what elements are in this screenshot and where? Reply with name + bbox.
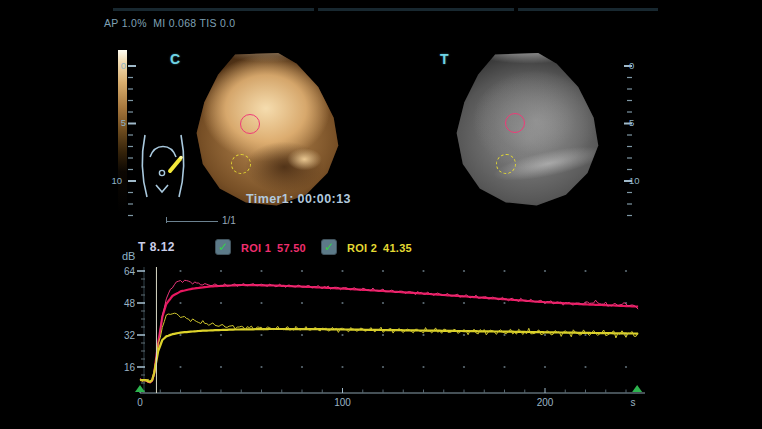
top-divider-right xyxy=(518,8,658,11)
lesion-region xyxy=(452,53,606,207)
svg-text:48: 48 xyxy=(124,298,136,309)
range-marker-end[interactable] xyxy=(632,385,642,392)
svg-text:64: 64 xyxy=(124,266,136,277)
acoustic-output-readout: AP 1.0% MI 0.068 TIS 0.0 xyxy=(104,17,235,29)
roi2-circle-tissue[interactable] xyxy=(496,154,516,174)
svg-text:16: 16 xyxy=(124,362,136,373)
series-roi-2-raw xyxy=(140,313,638,382)
ultrasound-screen: AP 1.0% MI 0.068 TIS 0.0 0 5 10 C Timer1… xyxy=(0,0,762,429)
body-marker-icon xyxy=(137,133,189,201)
page-indicator-tick xyxy=(166,217,167,223)
nearfield-bright-band xyxy=(192,53,346,207)
contrast-image[interactable] xyxy=(192,53,346,207)
depth-label: 5 xyxy=(112,118,126,128)
roi2-circle-contrast[interactable] xyxy=(231,154,251,174)
tissue-image[interactable] xyxy=(452,53,606,207)
depth-label: 0 xyxy=(629,61,643,71)
top-divider-left xyxy=(113,8,314,11)
probe-marker-icon xyxy=(170,159,180,171)
svg-text:32: 32 xyxy=(124,330,136,341)
tic-chart[interactable]: 644832160100200s xyxy=(100,237,662,412)
svg-text:100: 100 xyxy=(334,397,351,408)
roi1-circle-tissue[interactable] xyxy=(505,113,525,133)
page-indicator: 1/1 xyxy=(222,215,236,226)
svg-text:200: 200 xyxy=(537,397,554,408)
mode-label-contrast: C xyxy=(170,51,180,67)
depth-ruler-right xyxy=(618,56,634,220)
series-roi-1-fitted xyxy=(140,285,638,382)
svg-text:s: s xyxy=(631,397,636,408)
depth-label: 10 xyxy=(108,176,122,186)
svg-text:0: 0 xyxy=(137,397,143,408)
echogenic-focus xyxy=(192,53,346,207)
depth-label: 0 xyxy=(112,61,126,71)
roi1-circle-contrast[interactable] xyxy=(240,114,260,134)
timer-readout: Timer1: 00:00:13 xyxy=(246,192,351,206)
depth-label: 10 xyxy=(629,176,643,186)
echogenic-band xyxy=(438,39,621,222)
hypoechoic-region xyxy=(192,53,346,207)
page-indicator-line xyxy=(166,221,218,222)
mode-label-tissue: T xyxy=(440,51,449,67)
series-roi-2-fitted xyxy=(140,329,638,382)
top-divider-center xyxy=(318,8,514,11)
depth-label: 5 xyxy=(629,118,643,128)
